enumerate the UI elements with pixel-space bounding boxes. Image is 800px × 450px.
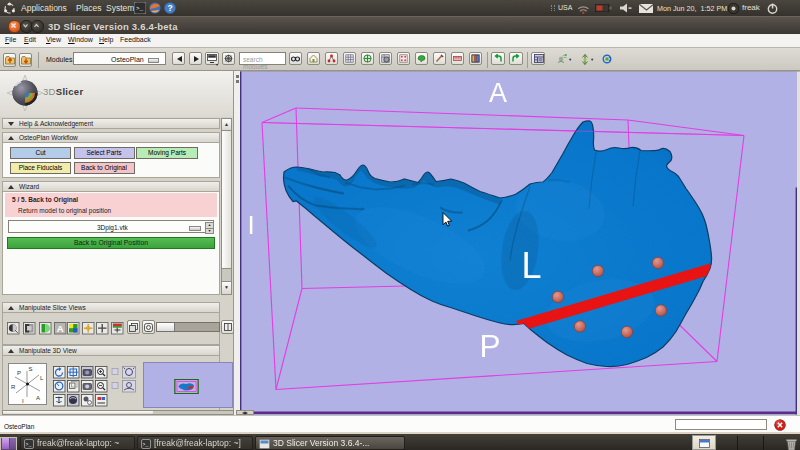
- svg-text:?: ?: [167, 3, 172, 13]
- svg-text:S: S: [29, 366, 33, 372]
- svg-text:>_: >_: [136, 5, 144, 12]
- svg-text:>_: >_: [26, 442, 33, 448]
- svg-text:A: A: [57, 323, 64, 334]
- svg-text:A: A: [36, 395, 40, 401]
- svg-text:P: P: [480, 327, 501, 363]
- svg-text:R: R: [11, 384, 16, 390]
- svg-text:A: A: [489, 77, 507, 107]
- svg-text:I: I: [248, 210, 255, 240]
- svg-text:>_: >_: [143, 442, 150, 448]
- svg-text:P: P: [17, 370, 21, 376]
- svg-text:L: L: [522, 245, 542, 286]
